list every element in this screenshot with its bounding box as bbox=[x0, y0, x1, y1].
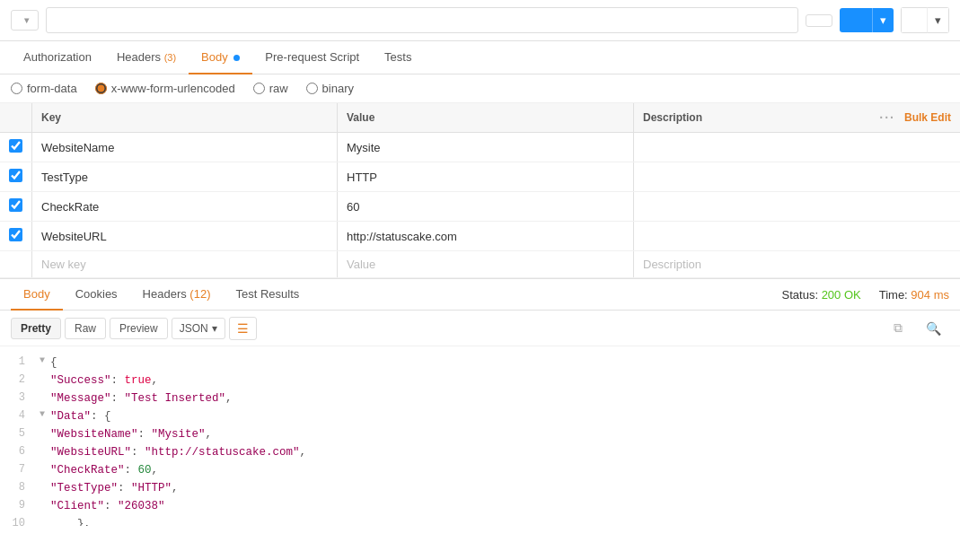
resp-tab-cookies[interactable]: Cookies bbox=[63, 279, 130, 311]
line-content: "CheckRate": 60, bbox=[50, 461, 960, 479]
format-selector[interactable]: JSON ▾ bbox=[172, 318, 225, 339]
time-label: Time: 904 ms bbox=[879, 288, 949, 302]
line-number: 4 bbox=[0, 407, 36, 425]
params-table: Key Value Description ··· Bulk Edit Webs… bbox=[0, 103, 960, 277]
placeholder-value[interactable]: Value bbox=[338, 251, 634, 278]
row-description[interactable] bbox=[634, 162, 961, 192]
row-value[interactable]: http://statuscake.com bbox=[338, 222, 634, 251]
row-description[interactable] bbox=[634, 133, 961, 162]
body-type-row: form-data x-www-form-urlencoded raw bina… bbox=[0, 74, 960, 103]
row-value[interactable]: Mysite bbox=[338, 133, 634, 162]
bulk-edit-button[interactable]: Bulk Edit bbox=[904, 111, 951, 124]
pretty-button[interactable]: Pretty bbox=[11, 318, 61, 339]
code-line: 9"Client": "26038" bbox=[0, 497, 960, 515]
resp-headers-badge: (12) bbox=[189, 287, 210, 301]
save-button[interactable] bbox=[901, 7, 927, 33]
placeholder-description[interactable]: Description bbox=[634, 251, 961, 278]
line-number: 6 bbox=[0, 443, 36, 461]
code-line: 1▼{ bbox=[0, 354, 960, 372]
row-checkbox-cell bbox=[0, 162, 32, 192]
row-value[interactable]: HTTP bbox=[338, 162, 634, 192]
resp-tab-headers[interactable]: Headers (12) bbox=[130, 279, 224, 311]
tab-headers[interactable]: Headers (3) bbox=[104, 41, 189, 74]
row-checkbox-cell bbox=[0, 192, 32, 222]
headers-badge: (3) bbox=[164, 52, 176, 63]
resp-tab-body[interactable]: Body bbox=[11, 279, 63, 311]
line-content: }, bbox=[50, 515, 960, 526]
line-arrow bbox=[36, 497, 50, 515]
line-content: { bbox=[50, 354, 960, 372]
tab-body[interactable]: Body bbox=[189, 41, 252, 74]
code-line: 3"Message": "Test Inserted", bbox=[0, 389, 960, 407]
line-arrow bbox=[36, 479, 50, 497]
row-description[interactable] bbox=[634, 222, 961, 251]
radio-binary[interactable]: binary bbox=[306, 82, 354, 95]
line-number: 7 bbox=[0, 461, 36, 479]
row-key[interactable]: CheckRate bbox=[32, 192, 338, 222]
row-key[interactable]: WebsiteURL bbox=[32, 222, 338, 251]
line-content: "Data": { bbox=[50, 407, 960, 425]
row-checkbox[interactable] bbox=[9, 228, 22, 241]
row-description[interactable] bbox=[634, 192, 961, 222]
radio-form-data[interactable]: form-data bbox=[11, 82, 77, 95]
send-group: ▾ bbox=[840, 8, 894, 32]
row-checkbox[interactable] bbox=[9, 139, 22, 153]
send-dropdown-button[interactable]: ▾ bbox=[872, 8, 894, 32]
line-arrow[interactable]: ▼ bbox=[36, 407, 50, 425]
table-row: TestType HTTP bbox=[0, 162, 960, 192]
line-arrow[interactable]: ▼ bbox=[36, 354, 50, 372]
row-checkbox[interactable] bbox=[9, 169, 22, 182]
send-button[interactable] bbox=[840, 8, 872, 32]
view-bar: Pretty Raw Preview JSON ▾ ☰ ⧉ 🔍 bbox=[0, 311, 960, 346]
table-row: WebsiteName Mysite bbox=[0, 133, 960, 162]
row-checkbox[interactable] bbox=[9, 198, 22, 212]
row-key[interactable]: WebsiteName bbox=[32, 133, 338, 162]
table-row: WebsiteURL http://statuscake.com bbox=[0, 222, 960, 251]
format-chevron-icon: ▾ bbox=[212, 322, 217, 335]
line-arrow bbox=[36, 425, 50, 443]
raw-button[interactable]: Raw bbox=[65, 318, 106, 339]
format-label: JSON bbox=[180, 322, 208, 335]
radio-raw[interactable]: raw bbox=[253, 82, 288, 95]
line-content: "Success": true, bbox=[50, 372, 960, 389]
row-key[interactable]: TestType bbox=[32, 162, 338, 192]
line-arrow bbox=[36, 389, 50, 407]
row-value[interactable]: 60 bbox=[338, 192, 634, 222]
th-value: Value bbox=[338, 103, 634, 133]
line-content: "TestType": "HTTP", bbox=[50, 479, 960, 497]
url-input[interactable] bbox=[46, 7, 798, 33]
tab-tests[interactable]: Tests bbox=[372, 41, 424, 74]
tab-authorization[interactable]: Authorization bbox=[11, 41, 104, 74]
status-info: Status: 200 OK Time: 904 ms bbox=[782, 288, 949, 302]
search-button[interactable]: 🔍 bbox=[918, 317, 949, 340]
code-line: 5"WebsiteName": "Mysite", bbox=[0, 425, 960, 443]
response-tabs-row: Body Cookies Headers (12) Test Results S… bbox=[0, 278, 960, 311]
row-checkbox-cell bbox=[0, 133, 32, 162]
params-button[interactable] bbox=[806, 14, 832, 27]
row-checkbox-cell bbox=[0, 222, 32, 251]
wrap-button[interactable]: ☰ bbox=[229, 317, 257, 340]
more-options-icon[interactable]: ··· bbox=[879, 110, 895, 125]
save-dropdown-button[interactable]: ▾ bbox=[927, 7, 949, 33]
method-dropdown[interactable]: ▾ bbox=[11, 10, 39, 31]
line-arrow bbox=[36, 372, 50, 389]
placeholder-key[interactable]: New key bbox=[32, 251, 338, 278]
status-code: 200 OK bbox=[822, 288, 861, 302]
code-area: 1▼{2"Success": true,3"Message": "Test In… bbox=[0, 346, 960, 526]
resp-tab-test-results[interactable]: Test Results bbox=[223, 279, 312, 311]
th-description: Description ··· Bulk Edit bbox=[634, 103, 961, 133]
copy-button[interactable]: ⧉ bbox=[885, 316, 911, 340]
tab-pre-request[interactable]: Pre-request Script bbox=[252, 41, 372, 74]
code-line: 4▼"Data": { bbox=[0, 407, 960, 425]
top-bar: ▾ ▾ ▾ bbox=[0, 0, 960, 41]
line-arrow bbox=[36, 515, 50, 526]
request-tabs-row: Authorization Headers (3) Body Pre-reque… bbox=[0, 41, 960, 74]
radio-urlencoded[interactable]: x-www-form-urlencoded bbox=[95, 82, 235, 95]
line-arrow bbox=[36, 461, 50, 479]
params-tbody: WebsiteName Mysite TestType HTTP CheckRa… bbox=[0, 133, 960, 278]
th-checkbox bbox=[0, 103, 32, 133]
time-value: 904 ms bbox=[911, 288, 949, 302]
line-number: 5 bbox=[0, 425, 36, 443]
line-number: 3 bbox=[0, 389, 36, 407]
preview-button[interactable]: Preview bbox=[110, 318, 168, 339]
